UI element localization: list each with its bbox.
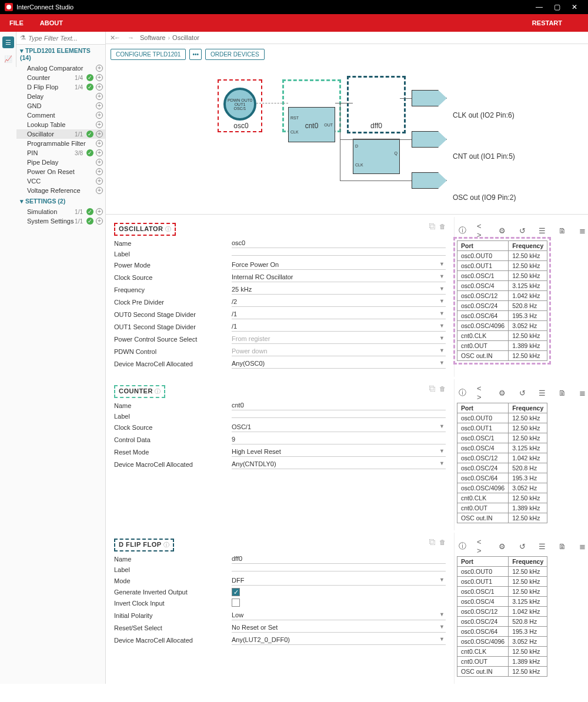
tree-item-delay[interactable]: Delay+: [16, 92, 105, 101]
add-icon[interactable]: +: [96, 121, 103, 128]
add-icon[interactable]: +: [96, 93, 103, 100]
panel-tab-3[interactable]: ↺: [517, 387, 527, 398]
prop-value[interactable]: Internal RC Oscillator▼: [232, 272, 446, 282]
panel-tab-0[interactable]: ⓘ: [457, 387, 467, 398]
prop-value[interactable]: Low▼: [232, 610, 446, 620]
menu-restart[interactable]: RESTART: [532, 19, 562, 26]
dff-block[interactable]: D Q CLK: [353, 139, 400, 174]
panel-tab-2[interactable]: ⚙: [497, 541, 507, 551]
prop-value[interactable]: High Level Reset▼: [232, 447, 446, 457]
panel-tab-2[interactable]: ⚙: [497, 225, 507, 236]
window-minimize[interactable]: —: [530, 3, 548, 11]
osc-block[interactable]: PDWN OUT0OUT1OSC/1: [223, 88, 256, 121]
add-icon[interactable]: +: [96, 140, 103, 147]
tree-item-d-flip-flop[interactable]: D Flip Flop1/4✓+: [16, 82, 105, 92]
configure-more-button[interactable]: •••: [189, 49, 202, 60]
add-icon[interactable]: +: [96, 83, 103, 91]
copy-icon[interactable]: ⿻: [429, 385, 436, 392]
prop-value[interactable]: dff0: [232, 554, 446, 564]
tree-item-pin[interactable]: PIN3/8✓+: [16, 148, 105, 158]
add-icon[interactable]: +: [96, 65, 103, 72]
tree-item-analog-comparator[interactable]: Analog Comparator+: [16, 63, 105, 73]
prop-value[interactable]: OSC/1▼: [232, 422, 446, 432]
add-icon[interactable]: +: [96, 131, 103, 138]
menu-about[interactable]: ABOUT: [40, 19, 63, 26]
add-icon[interactable]: +: [96, 112, 103, 119]
panel-tab-3[interactable]: ↺: [517, 541, 527, 551]
prop-value[interactable]: Force Power On▼: [232, 260, 446, 270]
checkbox[interactable]: ✓: [232, 588, 240, 596]
add-icon[interactable]: +: [96, 74, 103, 81]
panel-tab-3[interactable]: ↺: [517, 225, 527, 236]
prop-value[interactable]: Any(LUT2_0_DFF0)▼: [232, 635, 446, 645]
prop-value[interactable]: 9: [232, 434, 446, 444]
window-close[interactable]: ✕: [566, 3, 583, 11]
prop-value[interactable]: /2▼: [232, 297, 446, 307]
configure-button[interactable]: CONFIGURE TPLD1201: [111, 49, 186, 60]
prop-value[interactable]: cnt0: [232, 400, 446, 410]
prop-value[interactable]: Any(CNTDLY0)▼: [232, 459, 446, 469]
window-maximize[interactable]: ▢: [548, 3, 566, 11]
add-icon[interactable]: +: [96, 149, 103, 156]
info-icon[interactable]: ⓘ: [165, 226, 171, 232]
add-icon[interactable]: +: [96, 102, 103, 109]
checkbox[interactable]: [232, 599, 240, 607]
panel-tab-0[interactable]: ⓘ: [457, 225, 467, 236]
delete-icon[interactable]: 🗑: [439, 539, 446, 546]
leftbar-tree-icon[interactable]: ☰: [2, 36, 14, 48]
delete-icon[interactable]: 🗑: [439, 223, 446, 230]
pin-osc-out[interactable]: [412, 172, 447, 189]
tree-item-oscillator[interactable]: Oscillator1/1✓+: [16, 129, 105, 139]
panel-tab-5[interactable]: 🗎: [557, 541, 567, 551]
panel-tab-6[interactable]: ≣: [577, 225, 587, 236]
add-icon[interactable]: +: [96, 218, 103, 225]
panel-tab-4[interactable]: ☰: [537, 225, 547, 236]
panel-tab-6[interactable]: ≣: [577, 387, 587, 398]
tree-item-counter[interactable]: Counter1/4✓+: [16, 73, 105, 82]
prop-value[interactable]: [232, 415, 446, 418]
tree-item-lookup-table[interactable]: Lookup Table+: [16, 120, 105, 129]
add-icon[interactable]: +: [96, 168, 103, 175]
bc-back-icon[interactable]: ←: [114, 34, 121, 41]
prop-value[interactable]: /1▼: [232, 309, 446, 319]
tree-item-system-settings[interactable]: System Settings1/1✓+: [16, 216, 105, 226]
panel-tab-5[interactable]: 🗎: [557, 225, 567, 236]
prop-value[interactable]: Any(OSC0)▼: [232, 359, 446, 369]
panel-tab-1[interactable]: < >: [477, 387, 487, 398]
add-icon[interactable]: +: [96, 187, 103, 194]
bc-software[interactable]: Software: [140, 34, 165, 41]
prop-value[interactable]: osc0: [232, 238, 446, 248]
delete-icon[interactable]: 🗑: [439, 385, 446, 392]
tree-item-simulation[interactable]: Simulation1/1✓+: [16, 207, 105, 216]
prop-value[interactable]: [232, 569, 446, 571]
prop-value[interactable]: Power down▼: [232, 346, 446, 356]
info-icon[interactable]: ⓘ: [155, 388, 161, 395]
tree-item-voltage-reference[interactable]: Voltage Reference+: [16, 186, 105, 195]
pin-clk-out[interactable]: [412, 90, 447, 106]
pin-cnt-out[interactable]: [412, 131, 447, 148]
tree-item-pipe-delay[interactable]: Pipe Delay+: [16, 158, 105, 167]
prop-value[interactable]: DFF▼: [232, 576, 446, 586]
prop-value[interactable]: From register▼: [232, 334, 446, 344]
tree-item-comment[interactable]: Comment+: [16, 111, 105, 120]
panel-tab-1[interactable]: < >: [477, 225, 487, 236]
prop-value[interactable]: 25 kHz▼: [232, 285, 446, 295]
add-icon[interactable]: +: [96, 159, 103, 166]
leftbar-chart-icon[interactable]: 📈: [2, 53, 14, 65]
panel-tab-5[interactable]: 🗎: [557, 387, 567, 398]
info-icon[interactable]: ⓘ: [163, 541, 169, 548]
copy-icon[interactable]: ⿻: [429, 539, 436, 546]
copy-icon[interactable]: ⿻: [429, 223, 436, 230]
tree-elements-header[interactable]: ▾ TPLD1201 ELEMENTS (14): [16, 45, 105, 63]
tree-item-vcc[interactable]: VCC+: [16, 176, 105, 186]
tree-item-programmable-filter[interactable]: Programmable Filter+: [16, 139, 105, 148]
panel-tab-4[interactable]: ☰: [537, 541, 547, 551]
menu-file[interactable]: FILE: [9, 19, 24, 26]
panel-tab-2[interactable]: ⚙: [497, 387, 507, 398]
panel-tab-1[interactable]: < >: [477, 541, 487, 551]
add-icon[interactable]: +: [96, 178, 103, 185]
panel-tab-0[interactable]: ⓘ: [457, 541, 467, 551]
filter-input[interactable]: [28, 35, 110, 42]
bc-forward-icon[interactable]: →: [128, 34, 134, 41]
tree-item-gnd[interactable]: GND+: [16, 101, 105, 111]
